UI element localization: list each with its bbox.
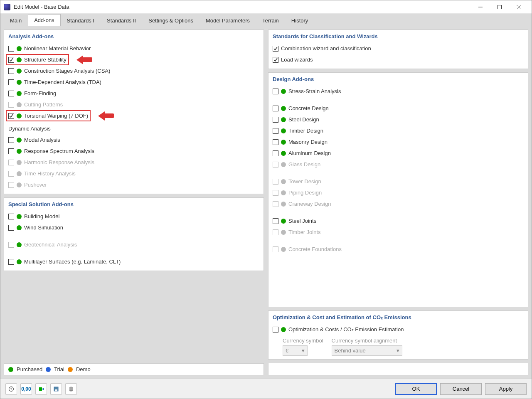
panel-design-addons: Design Add-ons Stress-Strain Analysis Co… bbox=[268, 72, 528, 307]
checkbox[interactable] bbox=[273, 150, 278, 156]
panel-optimization: Optimization & Cost and Estimation of CO… bbox=[268, 310, 528, 360]
addon-label: Wind Simulation bbox=[24, 224, 63, 231]
checkbox[interactable] bbox=[8, 57, 14, 63]
addon-item: Time-Dependent Analysis (TDA) bbox=[8, 76, 259, 88]
addon-label: Tower Design bbox=[288, 178, 321, 185]
checkbox[interactable] bbox=[273, 106, 278, 111]
checkbox bbox=[8, 171, 14, 177]
status-dot bbox=[281, 202, 286, 207]
checkbox[interactable] bbox=[273, 128, 278, 134]
status-dot bbox=[281, 219, 286, 224]
apply-button[interactable]: Apply bbox=[485, 383, 527, 395]
checkbox[interactable] bbox=[273, 46, 278, 52]
highlighted-addon: Torsional Warping (7 DOF) bbox=[6, 110, 91, 121]
cancel-button[interactable]: Cancel bbox=[440, 383, 482, 395]
titlebar: Edit Model - Base Data bbox=[0, 0, 532, 14]
panel-title: Design Add-ons bbox=[273, 76, 524, 82]
addon-label: Time History Analysis bbox=[24, 170, 76, 177]
checkbox[interactable] bbox=[8, 46, 14, 52]
checkbox[interactable] bbox=[273, 327, 278, 332]
legend-label-trial: Trial bbox=[54, 366, 64, 372]
help-button[interactable]: ? bbox=[5, 383, 17, 395]
checkbox[interactable] bbox=[273, 57, 278, 63]
status-dot bbox=[281, 151, 286, 156]
checkbox[interactable] bbox=[8, 148, 14, 154]
addon-label: Form-Finding bbox=[24, 90, 56, 96]
currency-alignment-label: Currency symbol alignment bbox=[332, 337, 402, 344]
checkbox[interactable] bbox=[8, 259, 14, 265]
legend-label-demo: Demo bbox=[76, 366, 91, 372]
addon-label: Pushover bbox=[24, 182, 47, 188]
checkbox bbox=[273, 190, 278, 196]
status-dot bbox=[17, 259, 22, 264]
checkbox[interactable] bbox=[273, 89, 278, 94]
dialog-window: Edit Model - Base Data Main Add-ons Stan… bbox=[0, 0, 532, 399]
addon-item: Torsional Warping (7 DOF) bbox=[8, 110, 259, 121]
svg-rect-1 bbox=[498, 5, 502, 9]
addon-item: Geotechnical Analysis bbox=[8, 239, 259, 250]
status-dot bbox=[281, 117, 286, 122]
tab-addons[interactable]: Add-ons bbox=[28, 14, 60, 26]
addon-label: Geotechnical Analysis bbox=[24, 241, 77, 248]
maximize-button[interactable] bbox=[490, 0, 509, 14]
checkbox[interactable] bbox=[8, 137, 14, 143]
status-dot bbox=[17, 69, 22, 74]
checkbox[interactable] bbox=[273, 139, 278, 145]
checkbox[interactable] bbox=[8, 68, 14, 74]
checkbox[interactable] bbox=[8, 225, 14, 231]
status-dot bbox=[281, 230, 286, 235]
addon-item: Piping Design bbox=[273, 187, 524, 198]
addon-label: Combination wizard and classification bbox=[281, 45, 371, 52]
content-area: Analysis Add-ons Nonlinear Material Beha… bbox=[0, 26, 532, 379]
checkbox[interactable] bbox=[8, 91, 14, 96]
checkbox[interactable] bbox=[8, 214, 14, 219]
arrow-annotation bbox=[98, 111, 116, 121]
ok-button[interactable]: OK bbox=[395, 383, 437, 395]
checkbox[interactable] bbox=[273, 117, 278, 123]
tab-standards-2[interactable]: Standards II bbox=[101, 15, 142, 26]
addon-item: Structure Stability bbox=[8, 54, 259, 65]
svg-rect-6 bbox=[39, 387, 42, 391]
checkbox[interactable] bbox=[273, 218, 278, 224]
addon-item: Steel Design bbox=[273, 114, 524, 125]
minimize-button[interactable] bbox=[471, 0, 490, 14]
addon-item: Combination wizard and classification bbox=[273, 43, 524, 54]
addon-label: Timber Design bbox=[288, 128, 323, 134]
svg-text:?: ? bbox=[10, 387, 12, 391]
panel-title: Optimization & Cost and Estimation of CO… bbox=[273, 314, 524, 320]
panel-title: Special Solution Add-ons bbox=[8, 201, 259, 207]
panel-standards-wizards: Standards for Classification and Wizards… bbox=[268, 30, 528, 69]
checkbox bbox=[8, 242, 14, 248]
currency-settings-row: Currency symbol € ▾ Currency symbol alig… bbox=[283, 337, 524, 356]
panel-title: Analysis Add-ons bbox=[8, 33, 259, 39]
checkbox[interactable] bbox=[8, 113, 14, 119]
currency-alignment-select[interactable]: Behind value ▾ bbox=[332, 345, 402, 356]
status-dot bbox=[17, 182, 22, 187]
tab-standards-1[interactable]: Standards I bbox=[61, 15, 101, 26]
addon-item: Optimization & Costs / CO₂ Emission Esti… bbox=[273, 324, 524, 335]
addon-label: Glass Design bbox=[288, 161, 320, 167]
units-button[interactable]: 0,00 bbox=[20, 383, 32, 395]
checkbox bbox=[8, 102, 14, 108]
close-button[interactable] bbox=[509, 0, 528, 14]
addon-item: Form-Finding bbox=[8, 88, 259, 99]
addon-item: Harmonic Response Analysis bbox=[8, 157, 259, 168]
status-dot bbox=[17, 214, 22, 219]
tab-model-parameters[interactable]: Model Parameters bbox=[200, 15, 256, 26]
export-button[interactable] bbox=[35, 383, 47, 395]
copy-button[interactable] bbox=[65, 383, 77, 395]
status-dot bbox=[281, 327, 286, 332]
legend-dot-trial bbox=[46, 367, 51, 372]
checkbox[interactable] bbox=[8, 79, 14, 85]
status-dot bbox=[17, 113, 22, 118]
status-dot bbox=[281, 89, 286, 94]
save-button[interactable] bbox=[50, 383, 62, 395]
tab-history[interactable]: History bbox=[285, 15, 314, 26]
tab-main[interactable]: Main bbox=[4, 15, 28, 26]
tab-terrain[interactable]: Terrain bbox=[256, 15, 285, 26]
currency-symbol-select[interactable]: € ▾ bbox=[283, 345, 308, 356]
addon-item: Concrete Design bbox=[273, 103, 524, 114]
status-dot bbox=[17, 149, 22, 154]
legend-label-purchased: Purchased bbox=[17, 366, 42, 372]
tab-settings-options[interactable]: Settings & Options bbox=[142, 15, 200, 26]
